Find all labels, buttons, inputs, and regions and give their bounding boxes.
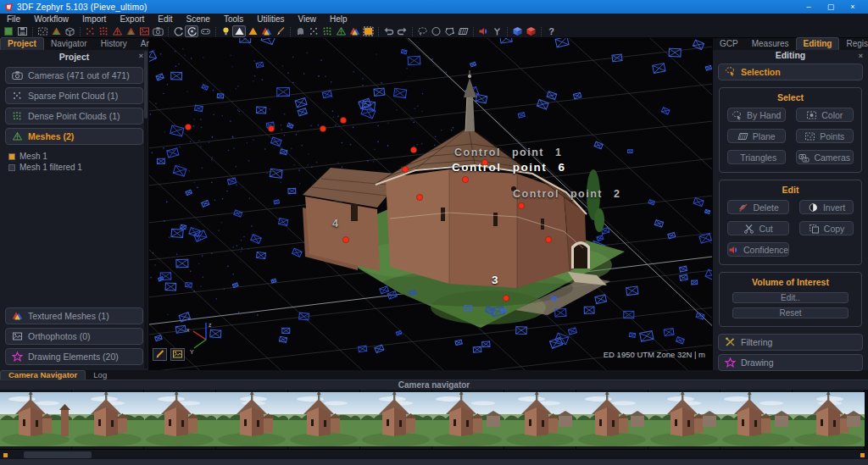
camera-thumbnail[interactable] bbox=[648, 390, 721, 449]
selection-button[interactable]: Selection bbox=[718, 64, 863, 80]
camera-frustum[interactable] bbox=[626, 286, 638, 296]
confidence-button[interactable]: Confidence bbox=[727, 242, 789, 257]
drawing-button[interactable]: Drawing bbox=[718, 354, 863, 371]
camera-frustum[interactable] bbox=[257, 252, 266, 259]
circle-select-icon[interactable] bbox=[429, 25, 442, 37]
maximize-button[interactable]: ▢ bbox=[820, 0, 842, 14]
orthophotos-item[interactable]: Orthophotos (0) bbox=[5, 328, 143, 345]
dense-point-clouds-item[interactable]: Dense Point Clouds (1) bbox=[5, 108, 143, 125]
copy-button[interactable]: Copy bbox=[799, 221, 854, 235]
menu-file[interactable]: File bbox=[0, 14, 27, 25]
camera-frustum[interactable] bbox=[470, 62, 476, 67]
viewport-draw-tool-button[interactable] bbox=[153, 348, 167, 361]
menu-import[interactable]: Import bbox=[75, 14, 113, 25]
undo-icon[interactable] bbox=[381, 25, 395, 37]
cut-button[interactable]: Cut bbox=[727, 221, 789, 235]
control-point-marker[interactable] bbox=[342, 236, 348, 242]
rotate-view-icon[interactable] bbox=[171, 25, 185, 37]
triangles-button[interactable]: Triangles bbox=[727, 150, 786, 164]
close-icon[interactable]: × bbox=[859, 52, 863, 60]
scrollbar-thumb[interactable] bbox=[24, 451, 92, 458]
camera-frustum[interactable] bbox=[518, 113, 525, 118]
new-textured-mesh-icon[interactable] bbox=[124, 25, 137, 37]
camera-frustum[interactable] bbox=[217, 94, 223, 98]
camera-frustum[interactable] bbox=[202, 200, 209, 207]
orbit-center-icon[interactable] bbox=[185, 25, 198, 37]
help-icon[interactable]: ? bbox=[544, 25, 558, 37]
camera-thumbnail[interactable] bbox=[0, 390, 72, 449]
camera-frustum[interactable] bbox=[279, 219, 288, 226]
camera-frustum[interactable] bbox=[186, 190, 192, 196]
new-orthophoto-icon[interactable] bbox=[137, 25, 151, 37]
menu-workflow[interactable]: Workflow bbox=[27, 14, 75, 25]
control-point-marker[interactable] bbox=[416, 194, 422, 200]
camera-frustum[interactable] bbox=[270, 169, 282, 178]
camera-frustum[interactable] bbox=[396, 330, 402, 335]
camera-frustum[interactable] bbox=[482, 341, 491, 347]
camera-frustum[interactable] bbox=[680, 266, 687, 272]
close-icon[interactable]: × bbox=[139, 52, 143, 60]
select-grid-icon[interactable] bbox=[36, 25, 49, 37]
camera-frustum[interactable] bbox=[359, 98, 371, 108]
camera-frustum[interactable] bbox=[568, 328, 576, 335]
new-dense-cloud-icon[interactable] bbox=[97, 25, 110, 37]
redo-icon[interactable] bbox=[395, 25, 409, 37]
camera-thumbnail[interactable] bbox=[721, 390, 793, 449]
show-dense-icon[interactable] bbox=[320, 25, 334, 37]
zephyr-red-icon[interactable] bbox=[524, 25, 537, 37]
camera-frustum[interactable] bbox=[274, 200, 279, 204]
tab-camera-navigator[interactable]: Camera Navigator bbox=[0, 370, 86, 379]
camera-frustum[interactable] bbox=[669, 48, 681, 57]
menu-view[interactable]: View bbox=[292, 14, 324, 25]
camera-frustum[interactable] bbox=[692, 280, 698, 285]
by-hand-button[interactable]: By Hand bbox=[727, 108, 786, 122]
camera-frustum[interactable] bbox=[654, 220, 663, 227]
camera-thumbnail[interactable] bbox=[144, 390, 216, 449]
camera-frustum[interactable] bbox=[595, 295, 607, 304]
camera-frustum[interactable] bbox=[261, 38, 275, 45]
control-point-marker[interactable] bbox=[462, 176, 468, 182]
camera-frustum[interactable] bbox=[287, 123, 293, 128]
camera-frustum[interactable] bbox=[473, 346, 481, 352]
edit-voi-button[interactable]: Edit.. bbox=[732, 292, 849, 303]
camera-thumbnail[interactable] bbox=[360, 390, 432, 449]
new-sparse-cloud-icon[interactable] bbox=[83, 25, 97, 37]
new-mesh-icon[interactable] bbox=[110, 25, 124, 37]
camera-frustum[interactable] bbox=[288, 188, 296, 193]
confidence-tool-icon[interactable] bbox=[476, 25, 490, 37]
menu-help[interactable]: Help bbox=[323, 14, 354, 25]
textured-meshes-item[interactable]: Textured Meshes (1) bbox=[5, 307, 143, 324]
camera-frustum[interactable] bbox=[455, 340, 462, 346]
show-selection-icon[interactable] bbox=[361, 25, 375, 37]
shaded-view-icon[interactable] bbox=[232, 25, 246, 37]
camera-frustum[interactable] bbox=[157, 158, 164, 163]
camera-frustum[interactable] bbox=[705, 209, 710, 213]
camera-frustum[interactable] bbox=[500, 38, 512, 43]
show-mesh-icon[interactable] bbox=[334, 25, 348, 37]
menu-utilities[interactable]: Utilities bbox=[250, 14, 291, 25]
camera-frustum[interactable] bbox=[476, 94, 487, 103]
camera-frustum[interactable] bbox=[680, 274, 688, 280]
camera-frustum[interactable] bbox=[359, 346, 367, 352]
camera-frustum[interactable] bbox=[256, 107, 265, 113]
mesh-list-item[interactable]: Mesh 1 bbox=[8, 151, 140, 162]
camera-frustum[interactable] bbox=[629, 333, 635, 337]
minimize-button[interactable]: – bbox=[798, 0, 820, 14]
viewport-measure-tool-button[interactable] bbox=[170, 348, 185, 361]
camera-frustum[interactable] bbox=[696, 313, 704, 319]
camera-icon[interactable] bbox=[151, 25, 164, 37]
mesh-list-item[interactable]: Mesh 1 filtered 1 bbox=[8, 162, 140, 173]
camera-frustum[interactable] bbox=[176, 259, 188, 268]
invert-button[interactable]: Invert bbox=[799, 200, 854, 214]
camera-frustum[interactable] bbox=[401, 49, 407, 53]
tab-gcp[interactable]: GCP bbox=[713, 38, 745, 50]
ghost-mode-icon[interactable] bbox=[293, 25, 307, 37]
camera-frustum[interactable] bbox=[156, 74, 164, 80]
menu-scene[interactable]: Scene bbox=[180, 14, 217, 25]
camera-frustum[interactable] bbox=[171, 72, 182, 80]
camera-frustum[interactable] bbox=[374, 88, 385, 96]
camera-thumbnail[interactable] bbox=[576, 390, 648, 449]
delete-button[interactable]: Delete bbox=[727, 200, 789, 214]
camera-thumbnail[interactable] bbox=[432, 390, 504, 449]
bounding-box-icon[interactable] bbox=[63, 25, 76, 37]
